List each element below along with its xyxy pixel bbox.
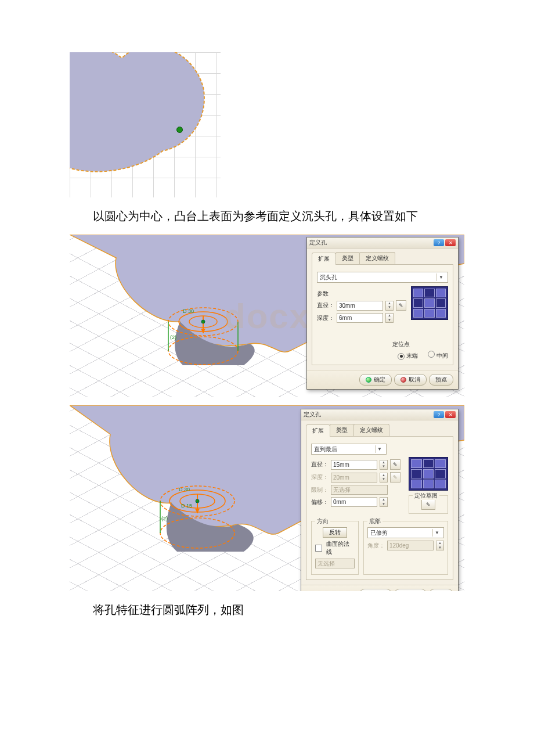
tab-thread[interactable]: 定义螺纹	[353, 424, 389, 436]
tab-type[interactable]: 类型	[330, 424, 354, 436]
tab-type[interactable]: 类型	[335, 252, 360, 264]
dialog-title: 定义孔	[304, 411, 321, 419]
ok-button[interactable]: 确定	[359, 589, 392, 591]
counterbore-preview: D 30 (2)	[160, 298, 247, 368]
svg-text:(2): (2)	[170, 334, 176, 340]
limit-label: 限制：	[311, 486, 329, 494]
chevron-down-icon: ▼	[375, 445, 384, 453]
preview-button[interactable]: 预览	[429, 374, 453, 386]
depth-spinner[interactable]: ▲▼	[385, 313, 394, 323]
bottom-value: 已修剪	[370, 529, 388, 537]
hole-diagram-icon	[409, 457, 448, 491]
tab-extension[interactable]: 扩展	[306, 424, 330, 437]
dialog-titlebar[interactable]: 定义孔 ? ✕	[301, 409, 458, 420]
close-button[interactable]: ✕	[445, 239, 456, 246]
help-button[interactable]: ?	[434, 411, 444, 418]
anchor-group-label: 定位点	[317, 340, 448, 348]
depth-input[interactable]: 6mm	[337, 313, 383, 323]
svg-text:D 30: D 30	[179, 487, 190, 492]
instruction-text-2: 将孔特征进行圆弧阵列，如图	[70, 599, 464, 620]
svg-text:D 30: D 30	[183, 308, 194, 314]
hole-type-value: 沉头孔	[320, 273, 337, 282]
bottom-group-label: 底部	[367, 517, 383, 525]
dialog-tabs: 扩展 类型 定义螺纹	[307, 249, 458, 264]
hole-diagram-icon	[411, 286, 448, 320]
define-hole-dialog: 定义孔 ? ✕ 扩展 类型 定义螺纹 沉头孔 ▼	[306, 237, 459, 390]
svg-point-8	[201, 320, 205, 323]
depth-formula-icon: ✎	[390, 472, 400, 483]
figure-sketch-top	[70, 52, 221, 197]
figure-counterbore-2: D 30 D 15 (2) 定义孔 ? ✕ 扩展 类型 定义螺纹	[70, 405, 464, 591]
sketch-group-label: 定位草图	[413, 492, 439, 500]
angle-label: 角度：	[367, 542, 385, 550]
diameter-spinner[interactable]: ▲▼	[385, 301, 394, 311]
figure-counterbore-1: D 30 (2) docx 定义孔 ? ✕ 扩展 类型 定义螺纹	[70, 235, 464, 397]
preview-button[interactable]: 预览	[429, 589, 453, 591]
diameter-formula-icon[interactable]: ✎	[390, 459, 400, 470]
center-point-marker	[176, 127, 183, 133]
define-hole-dialog: 定义孔 ? ✕ 扩展 类型 定义螺纹 直到最后 ▼	[301, 409, 459, 591]
cancel-button[interactable]: 取消	[394, 374, 427, 386]
svg-marker-17	[195, 509, 200, 513]
ok-button[interactable]: 确定	[359, 374, 392, 386]
limit-input: 无选择	[331, 485, 388, 495]
surface-normal-label: 曲面的法线	[326, 540, 355, 556]
group-parameters-label: 参数	[317, 290, 406, 298]
offset-spinner[interactable]: ▲▼	[380, 497, 388, 507]
positioning-sketch-button[interactable]: ✎	[421, 499, 435, 510]
hole-type-dropdown[interactable]: 沉头孔 ▼	[317, 272, 448, 283]
counterbore-preview: D 30 D 15 (2)	[151, 475, 244, 556]
svg-point-18	[196, 499, 199, 503]
direction-group-label: 方向	[315, 517, 330, 525]
offset-input[interactable]: 0mm	[331, 497, 377, 507]
angle-spinner: ▲▼	[436, 541, 444, 550]
dialog-title: 定义孔	[309, 239, 327, 247]
diameter-input[interactable]: 15mm	[331, 460, 377, 470]
tab-thread[interactable]: 定义螺纹	[359, 252, 395, 264]
reverse-button[interactable]: 反转	[323, 527, 347, 538]
svg-marker-7	[201, 329, 205, 333]
svg-point-3	[168, 337, 238, 365]
dialog-tabs: 扩展 类型 定义螺纹	[301, 420, 458, 436]
sketch-shape	[70, 52, 209, 180]
cancel-button[interactable]: 取消	[394, 589, 427, 591]
depth-label: 深度：	[311, 473, 329, 481]
diameter-label: 直径：	[311, 460, 329, 469]
surface-normal-checkbox[interactable]	[315, 545, 322, 552]
diameter-input[interactable]: 30mm	[337, 301, 383, 311]
diameter-spinner[interactable]: ▲▼	[380, 460, 388, 470]
offset-label: 偏移：	[311, 498, 329, 506]
extent-value: 直到最后	[314, 445, 337, 453]
angle-input: 120deg	[387, 541, 434, 550]
diameter-label: 直径：	[317, 301, 334, 309]
depth-label: 深度：	[317, 314, 334, 322]
anchor-end-radio[interactable]: 末端	[398, 352, 418, 359]
close-button[interactable]: ✕	[445, 411, 456, 418]
svg-text:D 15: D 15	[181, 503, 192, 509]
instruction-text-1: 以圆心为中心，凸台上表面为参考面定义沉头孔，具体设置如下	[70, 206, 464, 226]
chevron-down-icon: ▼	[432, 529, 441, 537]
svg-text:(2): (2)	[161, 516, 168, 521]
help-button[interactable]: ?	[434, 239, 444, 246]
direction-selection-field: 无选择	[315, 559, 355, 568]
chevron-down-icon: ▼	[436, 273, 445, 281]
depth-input: 20mm	[331, 473, 377, 483]
diameter-formula-icon[interactable]: ✎	[396, 300, 406, 311]
svg-point-14	[160, 518, 234, 548]
depth-spinner: ▲▼	[380, 473, 388, 483]
tab-extension[interactable]: 扩展	[312, 253, 336, 265]
anchor-mid-radio[interactable]: 中间	[428, 352, 448, 359]
bottom-dropdown[interactable]: 已修剪 ▼	[367, 527, 444, 538]
extent-dropdown[interactable]: 直到最后 ▼	[311, 444, 387, 455]
dialog-titlebar[interactable]: 定义孔 ? ✕	[307, 237, 458, 249]
